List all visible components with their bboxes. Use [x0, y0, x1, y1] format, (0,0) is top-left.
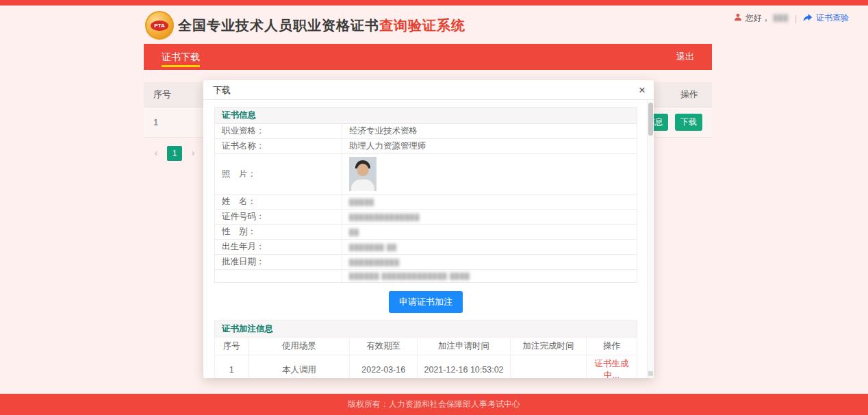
- ann-cell-complete-time: [510, 355, 586, 379]
- download-button[interactable]: 下载: [675, 114, 702, 131]
- field-row-birth-date: 出生年月： ███████ ██: [215, 240, 637, 255]
- tab-cert-download[interactable]: 证书下载: [144, 44, 218, 70]
- field-value: [342, 154, 637, 194]
- annotation-header-row: 序号 使用场景 有效期至 加注申请时间 加注完成时间 操作: [215, 338, 637, 355]
- field-value: ██: [342, 225, 637, 240]
- annotation-section-title: 证书加注信息: [214, 320, 637, 337]
- field-value: █████: [342, 194, 637, 210]
- footer-bar: 版权所有：人力资源和社会保障部人事考试中心: [0, 394, 868, 415]
- page-title: 全国专业技术人员职业资格证书查询验证系统: [178, 16, 465, 35]
- field-label: [215, 270, 342, 283]
- field-value: 经济专业技术资格: [342, 124, 637, 139]
- prev-page-button[interactable]: ‹: [149, 146, 163, 161]
- field-value: 助理人力资源管理师: [342, 139, 637, 154]
- modal-title: 下载: [213, 85, 231, 95]
- field-label: 性 别：: [215, 225, 342, 240]
- header-divider: |: [795, 14, 797, 23]
- page-1-button[interactable]: 1: [167, 146, 182, 161]
- modal-header: 下载 ×: [203, 80, 654, 100]
- field-value: ██████████: [342, 255, 637, 270]
- field-row-cert-name: 证书名称： 助理人力资源管理师: [215, 139, 637, 154]
- scrollbar-end[interactable]: [648, 371, 653, 376]
- field-row-photo: 照 片：: [215, 154, 637, 194]
- column-header-action: 操作: [680, 88, 698, 101]
- ann-col-complete-time: 加注完成时间: [510, 338, 586, 355]
- ann-cell-index: 1: [215, 355, 248, 379]
- logout-button[interactable]: 退出: [659, 51, 712, 63]
- field-row-extra: ██████ █████████████ ████: [215, 270, 637, 283]
- field-label: 姓 名：: [215, 194, 342, 210]
- ann-cell-apply-time: 2021-12-16 10:53:02: [418, 355, 511, 379]
- tab-cert-download-label: 证书下载: [162, 51, 200, 62]
- ann-cell-scene: 本人调用: [248, 355, 350, 379]
- field-label: 照 片：: [215, 154, 342, 194]
- field-row-id-number: 证件号码： ██████████████: [215, 210, 637, 225]
- field-row-name: 姓 名： █████: [215, 194, 637, 210]
- field-row-gender: 性 别： ██: [215, 225, 637, 240]
- copyright-text: 版权所有：人力资源和社会保障部人事考试中心: [348, 399, 520, 410]
- close-icon[interactable]: ×: [639, 80, 646, 100]
- share-arrow-icon: [803, 13, 813, 24]
- field-label: 批准日期：: [215, 255, 342, 270]
- field-label: 证件号码：: [215, 210, 342, 225]
- username: ███: [774, 14, 789, 21]
- field-value: ██████████████: [342, 210, 637, 225]
- cert-generating-link[interactable]: 证书生成中...: [594, 359, 628, 378]
- greeting-text: 您好，: [745, 12, 770, 24]
- page-title-main: 全国专业技术人员职业资格证书: [178, 18, 379, 33]
- cert-verify-link[interactable]: 证书查验: [816, 12, 849, 24]
- ann-col-index: 序号: [215, 338, 248, 355]
- modal-scrollbar[interactable]: [647, 101, 654, 378]
- pta-logo: PTA: [145, 11, 174, 40]
- modal-body: 证书信息 职业资格： 经济专业技术资格 证书名称： 助理人力资源管理师 照 片：: [214, 101, 637, 378]
- field-row-approval-date: 批准日期： ██████████: [215, 255, 637, 270]
- download-modal: 下载 × 证书信息 职业资格： 经济专业技术资格 证书名称： 助理人力资源管理师…: [203, 80, 654, 378]
- header-user-links: 您好， ███ | 证书查验: [734, 12, 849, 24]
- annotation-data-row: 1 本人调用 2022-03-16 2021-12-16 10:53:02 证书…: [215, 355, 637, 379]
- apply-annotation-button[interactable]: 申请证书加注: [389, 291, 463, 313]
- field-value: ██████ █████████████ ████: [342, 270, 637, 283]
- field-label: 证书名称：: [215, 139, 342, 154]
- ann-col-scene: 使用场景: [248, 338, 350, 355]
- annotation-table: 序号 使用场景 有效期至 加注申请时间 加注完成时间 操作 1 本人调用 202…: [214, 337, 637, 378]
- ann-col-apply-time: 加注申请时间: [418, 338, 511, 355]
- column-header-index: 序号: [153, 88, 171, 101]
- site-brand: PTA 全国专业技术人员职业资格证书查询验证系统: [145, 11, 465, 40]
- ann-col-valid-until: 有效期至: [350, 338, 418, 355]
- main-nav: 证书下载 退出: [144, 44, 712, 70]
- field-row-qualification: 职业资格： 经济专业技术资格: [215, 124, 637, 139]
- cert-info-section-title: 证书信息: [214, 107, 637, 123]
- top-accent-bar: [0, 0, 868, 5]
- field-label: 职业资格：: [215, 124, 342, 139]
- ann-cell-valid-until: 2022-03-16: [350, 355, 418, 379]
- certificate-photo: [349, 157, 376, 191]
- scrollbar-thumb[interactable]: [648, 103, 653, 136]
- pta-logo-text: PTA: [151, 21, 168, 31]
- row-index-cell: 1: [153, 117, 158, 127]
- page-title-accent: 查询验证系统: [379, 18, 465, 33]
- cert-info-table: 职业资格： 经济专业技术资格 证书名称： 助理人力资源管理师 照 片： 姓 名: [214, 123, 637, 283]
- ann-col-action: 操作: [586, 338, 637, 355]
- user-icon: [734, 13, 742, 23]
- next-page-button[interactable]: ›: [186, 146, 200, 161]
- field-value: ███████ ██: [342, 240, 637, 255]
- field-label: 出生年月：: [215, 240, 342, 255]
